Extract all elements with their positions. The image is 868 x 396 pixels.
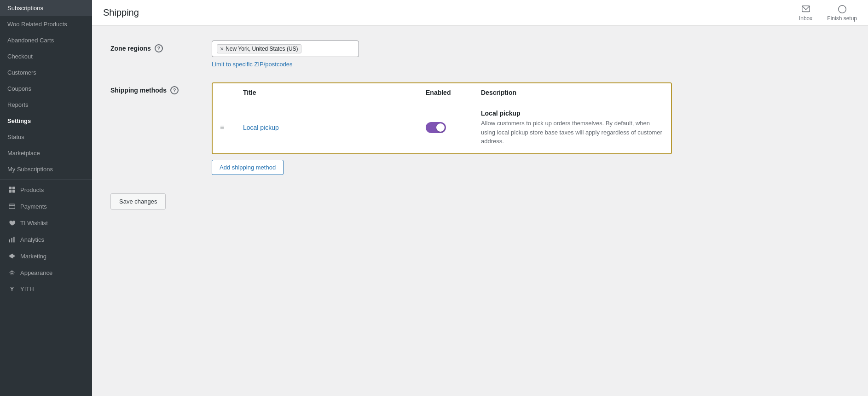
sidebar-item-label: Marketing [20,253,46,260]
sidebar-item-marketplace[interactable]: Marketplace [0,145,92,161]
sidebar-item-reports[interactable]: Reports [0,97,92,113]
zone-regions-label: Zone regions [110,45,151,52]
sidebar-item-label: Reports [7,101,29,108]
svg-rect-4 [9,204,15,209]
sidebar: Subscriptions Woo Related Products Aband… [0,0,92,396]
svg-rect-8 [13,237,14,242]
sidebar-item-label: Status [7,134,24,140]
svg-point-12 [838,5,846,13]
yith-icon: Y [7,285,17,292]
sidebar-item-coupons[interactable]: Coupons [0,81,92,97]
zone-region-tag: × New York, United States (US) [217,44,301,53]
finish-setup-button[interactable]: Finish setup [827,4,857,22]
header-title: Title [243,89,426,96]
header-description: Description [481,89,664,96]
sidebar-item-label: Subscriptions [7,5,43,12]
svg-rect-1 [12,187,15,190]
sidebar-item-yith[interactable]: Y YITH [0,281,92,297]
sidebar-item-label: Checkout [7,53,33,60]
sidebar-item-label: TI Wishlist [20,220,48,227]
sidebar-item-label: Abandoned Carts [7,37,54,44]
sidebar-item-appearance[interactable]: Appearance [0,264,92,281]
shipping-methods-help-icon[interactable]: ? [170,86,179,94]
shipping-methods-label-col: Shipping methods ? [110,82,212,94]
content-area: Zone regions ? × New York, United States… [92,26,868,396]
sidebar-item-analytics[interactable]: Analytics [0,231,92,248]
sidebar-item-checkout[interactable]: Checkout [0,48,92,64]
marketing-icon [7,252,17,260]
save-row: Save changes [110,190,850,210]
products-icon [7,186,17,193]
sidebar-item-status[interactable]: Status [0,129,92,145]
method-description: Local pickup Allow customers to pick up … [481,110,664,146]
table-header: Title Enabled Description [213,83,671,102]
limit-zip-link[interactable]: Limit to specific ZIP/postcodes [212,61,850,68]
tag-remove-icon[interactable]: × [220,46,224,52]
sidebar-item-woo-related-products[interactable]: Woo Related Products [0,16,92,32]
topbar-actions: Inbox Finish setup [799,4,857,22]
sidebar-item-label: Products [20,186,44,193]
shipping-methods-field-col: Title Enabled Description ≡ Local pickup [212,82,850,175]
svg-rect-7 [11,238,12,243]
sidebar-item-label: Woo Related Products [7,21,67,28]
svg-rect-2 [9,190,12,193]
finish-setup-label: Finish setup [827,15,857,22]
toggle-slider [426,122,446,133]
main-content: Shipping Inbox Finish setup Zone regions [92,0,868,396]
inbox-button[interactable]: Inbox [799,4,812,22]
zone-regions-help-icon[interactable]: ? [155,44,163,52]
save-changes-button[interactable]: Save changes [110,193,166,210]
method-desc-text: Allow customers to pick up orders themse… [481,119,664,146]
sidebar-item-label: My Subscriptions [7,166,53,173]
sidebar-item-customers[interactable]: Customers [0,64,92,81]
header-drag [220,89,243,96]
inbox-label: Inbox [799,15,812,22]
sidebar-item-settings[interactable]: Settings [0,113,92,129]
sidebar-item-label: Analytics [20,236,44,243]
sidebar-item-marketing[interactable]: Marketing [0,248,92,264]
shipping-methods-row: Shipping methods ? Title Enabled Descrip… [110,82,850,175]
sidebar-item-label: Payments [20,203,47,210]
sidebar-item-label: Marketplace [7,150,40,157]
sidebar-item-my-subscriptions[interactable]: My Subscriptions [0,161,92,177]
sidebar-item-abandoned-carts[interactable]: Abandoned Carts [0,32,92,48]
wishlist-icon [7,219,17,227]
zone-regions-field-col: × New York, United States (US) Limit to … [212,41,850,68]
header-enabled: Enabled [426,89,481,96]
zone-regions-row: Zone regions ? × New York, United States… [110,41,850,68]
shipping-methods-label: Shipping methods [110,87,167,94]
sidebar-item-label: Settings [7,117,31,124]
analytics-icon [7,236,17,243]
sidebar-item-subscriptions[interactable]: Subscriptions [0,0,92,16]
topbar: Shipping Inbox Finish setup [92,0,868,26]
sidebar-item-payments[interactable]: Payments [0,198,92,215]
sidebar-item-label: Appearance [20,269,52,276]
method-enabled-toggle[interactable] [426,122,446,133]
svg-point-10 [11,272,13,274]
sidebar-item-ti-wishlist[interactable]: TI Wishlist [0,215,92,231]
method-desc-title: Local pickup [481,110,664,117]
add-shipping-method-button[interactable]: Add shipping method [212,160,284,175]
sidebar-item-products[interactable]: Products [0,181,92,198]
method-name-link[interactable]: Local pickup [243,124,426,131]
sidebar-divider [0,179,92,180]
page-title: Shipping [103,7,139,18]
table-row: ≡ Local pickup Local pickup Allow custom… [213,102,671,153]
appearance-icon [7,269,17,276]
sidebar-item-label: Coupons [7,85,31,92]
zone-regions-input[interactable]: × New York, United States (US) [212,41,359,57]
svg-rect-3 [12,190,15,193]
zone-regions-label-col: Zone regions ? [110,41,212,52]
payments-icon [7,203,17,210]
svg-rect-6 [9,239,10,242]
zone-region-value: New York, United States (US) [226,46,298,52]
method-toggle-wrap [426,122,481,133]
sidebar-item-label: YITH [20,285,34,292]
svg-rect-9 [13,255,14,257]
svg-rect-0 [9,187,12,190]
drag-handle-icon[interactable]: ≡ [220,123,243,132]
shipping-methods-table: Title Enabled Description ≡ Local pickup [212,82,672,154]
add-method-wrap: Add shipping method [212,154,850,175]
sidebar-item-label: Customers [7,69,36,76]
